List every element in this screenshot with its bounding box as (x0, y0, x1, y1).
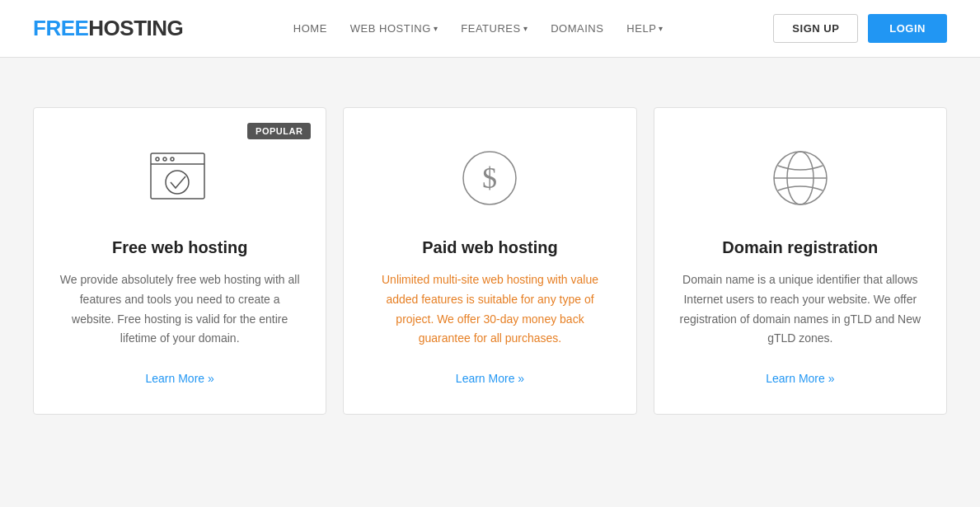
card-title: Free web hosting (112, 238, 247, 257)
card-title: Domain registration (722, 238, 878, 257)
signup-button[interactable]: SIGN UP (773, 14, 858, 43)
nav-features[interactable]: FEATURES ▾ (461, 22, 528, 35)
nav-domains[interactable]: DOMAINS (551, 22, 603, 35)
card-title: Paid web hosting (422, 238, 557, 257)
chevron-down-icon: ▾ (659, 24, 663, 33)
nav-help[interactable]: HELP ▾ (626, 22, 663, 35)
site-header: FREEHOSTING HOME WEB HOSTING ▾ FEATURES … (0, 0, 980, 58)
learn-more-link[interactable]: Learn More » (146, 372, 214, 385)
nav-home[interactable]: HOME (293, 22, 327, 35)
dollar-icon: $ (452, 141, 527, 215)
popular-badge: POPULAR (247, 123, 311, 139)
logo-free: FREE (33, 16, 88, 40)
logo-hosting: HOSTING (88, 16, 183, 40)
globe-icon (763, 141, 837, 215)
svg-point-3 (163, 157, 166, 161)
card-desc: We provide absolutely free web hosting w… (59, 270, 301, 349)
card-desc: Unlimited multi-site web hosting with va… (368, 270, 611, 349)
card-free-hosting: POPULAR Free web hosting We provide abso… (33, 107, 326, 415)
chevron-down-icon: ▾ (434, 24, 438, 33)
cards-grid: POPULAR Free web hosting We provide abso… (33, 107, 947, 415)
card-domain: Domain registration Domain name is a uni… (654, 107, 947, 415)
login-button[interactable]: LOGIN (868, 14, 947, 43)
card-paid-hosting: $ Paid web hosting Unlimited multi-site … (343, 107, 636, 415)
header-actions: SIGN UP LOGIN (773, 14, 947, 43)
nav-web-hosting[interactable]: WEB HOSTING ▾ (350, 22, 438, 35)
svg-point-4 (171, 157, 174, 161)
svg-point-5 (166, 171, 189, 194)
main-nav: HOME WEB HOSTING ▾ FEATURES ▾ DOMAINS HE… (293, 22, 663, 35)
svg-point-2 (156, 157, 159, 161)
browser-icon (143, 141, 217, 215)
main-content: POPULAR Free web hosting We provide abso… (0, 58, 980, 481)
learn-more-link[interactable]: Learn More » (456, 372, 524, 385)
svg-text:$: $ (482, 162, 497, 195)
logo: FREEHOSTING (33, 16, 183, 41)
learn-more-link[interactable]: Learn More » (766, 372, 834, 385)
card-desc: Domain name is a unique identifier that … (679, 270, 921, 349)
chevron-down-icon: ▾ (523, 24, 528, 33)
